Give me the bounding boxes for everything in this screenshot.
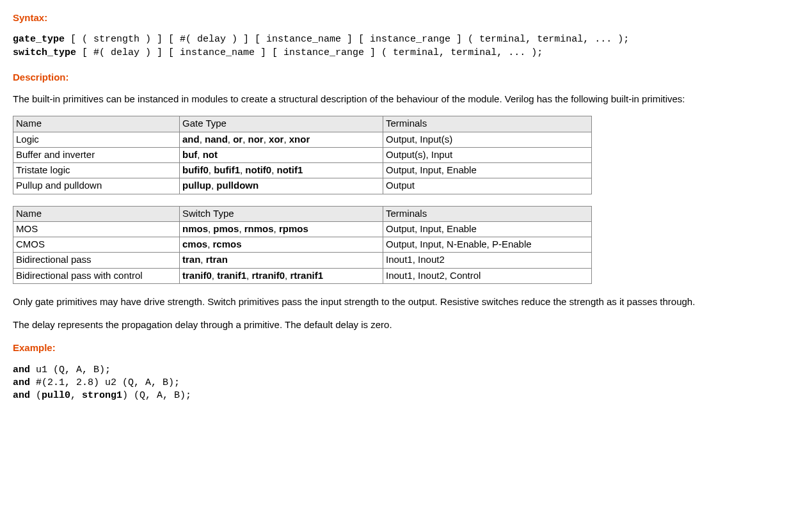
table-header-cell: Terminals	[383, 206, 592, 221]
primitive-keyword: rpmos	[279, 223, 308, 234]
primitive-keyword: or	[233, 134, 243, 145]
example-text: ,	[70, 390, 82, 401]
table-cell-terminals: Inout1, Inout2, Control	[383, 268, 592, 283]
table-header-cell: Switch Type	[180, 206, 383, 221]
primitive-keyword: not	[203, 149, 218, 160]
example-line: and u1 (Q, A, B);	[13, 364, 799, 377]
syntax-keyword: gate_type	[13, 34, 65, 45]
primitive-keyword: rtranif1	[290, 270, 323, 281]
primitive-keyword: tran	[182, 254, 200, 265]
example-keyword: pull0	[42, 390, 70, 401]
table-header-cell: Gate Type	[180, 116, 383, 132]
primitive-keyword: bufif1	[214, 164, 240, 175]
table-cell-type: tran, rtran	[180, 253, 383, 268]
example-keyword: and	[13, 377, 30, 388]
table-cell-name: Logic	[13, 132, 180, 147]
syntax-code-block: gate_type [ ( strength ) ] [ #( delay ) …	[13, 33, 799, 59]
primitive-keyword: nand	[205, 134, 228, 145]
example-code-block: and u1 (Q, A, B);and #(2.1, 2.8) u2 (Q, …	[13, 364, 799, 403]
table-cell-terminals: Inout1, Inout2	[383, 253, 592, 268]
primitive-keyword: pullup	[182, 180, 211, 191]
table-cell-type: bufif0, bufif1, notif0, notif1	[180, 163, 383, 178]
example-line: and #(2.1, 2.8) u2 (Q, A, B);	[13, 377, 799, 389]
table-row: Tristate logicbufif0, bufif1, notif0, no…	[13, 163, 592, 178]
primitive-keyword: bufif0	[182, 164, 209, 175]
primitive-keyword: rtranif0	[251, 270, 285, 281]
table-cell-name: MOS	[13, 221, 180, 237]
table-cell-terminals: Output, Input, Enable	[383, 221, 592, 237]
primitive-keyword: rtran	[206, 254, 228, 265]
table-cell-type: cmos, rcmos	[180, 237, 383, 253]
description-delay-paragraph: The delay represents the propagation del…	[13, 318, 717, 331]
example-heading: Example:	[13, 342, 799, 354]
table-header-cell: Terminals	[383, 116, 592, 132]
table-row: Logicand, nand, or, nor, xor, xnorOutput…	[13, 132, 592, 147]
table-cell-name: Bidirectional pass with control	[13, 268, 180, 283]
primitive-keyword: and	[182, 134, 200, 145]
primitive-keyword: tranif0	[182, 270, 212, 281]
primitive-keyword: tranif1	[217, 270, 246, 281]
example-keyword: strong1	[82, 390, 122, 401]
syntax-line: switch_type [ #( delay ) ] [ instance_na…	[13, 47, 799, 59]
primitive-keyword: buf	[182, 149, 197, 160]
table-cell-terminals: Output	[383, 178, 592, 194]
table-row: MOSnmos, pmos, rnmos, rpmosOutput, Input…	[13, 221, 592, 237]
table-cell-terminals: Output(s), Input	[383, 147, 592, 162]
primitive-keyword: xnor	[289, 134, 310, 145]
table-header-cell: Name	[13, 116, 180, 132]
table-cell-type: and, nand, or, nor, xor, xnor	[180, 132, 383, 147]
description-strength-paragraph: Only gate primitives may have drive stre…	[13, 295, 717, 308]
example-text: (	[30, 390, 42, 401]
table-cell-type: tranif0, tranif1, rtranif0, rtranif1	[180, 268, 383, 283]
example-text: ) (Q, A, B);	[122, 390, 191, 401]
table-cell-terminals: Output, Input, Enable	[383, 163, 592, 178]
gate-primitives-table: NameGate TypeTerminalsLogicand, nand, or…	[13, 116, 592, 194]
table-cell-name: Tristate logic	[13, 163, 180, 178]
table-row: Bidirectional pass with controltranif0, …	[13, 268, 592, 283]
table-cell-type: nmos, pmos, rnmos, rpmos	[180, 221, 383, 237]
primitive-keyword: nmos	[182, 223, 208, 234]
primitive-keyword: pmos	[213, 223, 239, 234]
syntax-line: gate_type [ ( strength ) ] [ #( delay ) …	[13, 33, 799, 46]
description-heading: Description:	[13, 71, 799, 84]
syntax-heading: Syntax:	[13, 12, 799, 24]
syntax-keyword: switch_type	[13, 47, 76, 58]
primitive-keyword: notif0	[245, 164, 271, 175]
primitive-keyword: rnmos	[244, 223, 274, 234]
example-text: u1 (Q, A, B);	[30, 365, 111, 375]
table-cell-name: Pullup and pulldown	[13, 178, 180, 194]
primitive-keyword: cmos	[182, 239, 207, 249]
table-header-row: NameSwitch TypeTerminals	[13, 206, 592, 221]
table-row: Bidirectional passtran, rtranInout1, Ino…	[13, 253, 592, 268]
example-line: and (pull0, strong1) (Q, A, B);	[13, 389, 799, 402]
table-row: Pullup and pulldownpullup, pulldownOutpu…	[13, 178, 592, 194]
example-keyword: and	[13, 390, 30, 401]
table-cell-type: buf, not	[180, 147, 383, 162]
table-cell-type: pullup, pulldown	[180, 178, 383, 194]
description-intro-paragraph: The built-in primitives can be instanced…	[13, 93, 717, 106]
primitive-keyword: nor	[248, 134, 264, 145]
example-keyword: and	[13, 365, 30, 375]
table-header-cell: Name	[13, 206, 180, 221]
table-cell-name: Bidirectional pass	[13, 253, 180, 268]
table-row: CMOScmos, rcmosOutput, Input, N-Enable, …	[13, 237, 592, 253]
example-text: #(2.1, 2.8) u2 (Q, A, B);	[30, 377, 180, 388]
primitive-keyword: pulldown	[216, 180, 259, 191]
primitive-keyword: xor	[269, 134, 283, 145]
syntax-text: [ ( strength ) ] [ #( delay ) ] [ instan…	[65, 34, 629, 45]
table-row: Buffer and inverterbuf, notOutput(s), In…	[13, 147, 592, 162]
switch-primitives-table: NameSwitch TypeTerminalsMOSnmos, pmos, r…	[13, 206, 592, 284]
primitive-keyword: notif1	[277, 164, 303, 175]
table-cell-terminals: Output, Input(s)	[383, 132, 592, 147]
primitive-keyword: rcmos	[213, 239, 242, 249]
table-header-row: NameGate TypeTerminals	[13, 116, 592, 132]
table-cell-name: CMOS	[13, 237, 180, 253]
table-cell-name: Buffer and inverter	[13, 147, 180, 162]
syntax-text: [ #( delay ) ] [ instance_name ] [ insta…	[76, 47, 543, 58]
table-cell-terminals: Output, Input, N-Enable, P-Enable	[383, 237, 592, 253]
